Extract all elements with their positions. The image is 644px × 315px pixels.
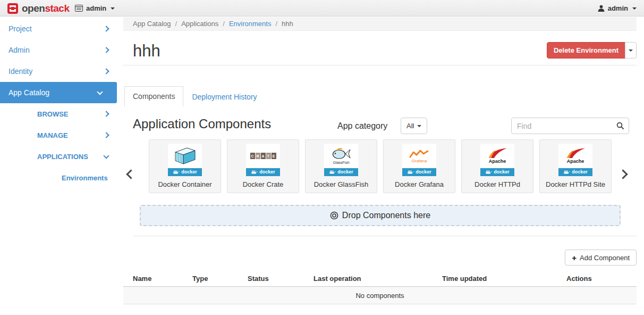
tab-label: Deployment History [192, 93, 257, 101]
page-title: hhh [133, 42, 160, 61]
project-context-menu[interactable]: admin [75, 0, 115, 16]
sidebar-item-label: BROWSE [37, 110, 69, 118]
delete-environment-dropdown-toggle[interactable] [625, 42, 637, 59]
component-search [511, 118, 629, 134]
apache-logo-label: Apache [567, 159, 584, 164]
sidebar-item-admin[interactable]: Admin [0, 39, 123, 61]
docker-badge-label: docker [337, 170, 353, 175]
apache-logo: Apache [558, 144, 592, 168]
component-card-docker-glassfish[interactable]: GlassFish docker Docker GlassFish [305, 139, 377, 193]
tab-bar: Components Deployment History [124, 86, 266, 106]
main-content: App Catalog / Applications / Environment… [123, 17, 637, 315]
crate-letter: E [272, 153, 276, 159]
openstack-logo-icon [7, 3, 18, 14]
glassfish-logo-label: GlassFish [333, 161, 349, 164]
app-tile: docker [168, 144, 202, 176]
dropzone-label: Drop Components here [342, 211, 430, 220]
delete-environment-button[interactable]: Delete Environment [547, 42, 625, 59]
sidebar-item-manage[interactable]: MANAGE [0, 125, 123, 146]
docker-whale-icon [251, 170, 258, 175]
sidebar-item-label: MANAGE [37, 131, 68, 139]
component-card-label: Docker Grafana [395, 180, 444, 188]
category-label: App category [337, 121, 387, 131]
sidebar-item-label: Environments [62, 174, 108, 182]
panel-heading: Application Components [133, 117, 271, 131]
app-tile: Apache docker [558, 144, 592, 176]
openstack-brand[interactable]: openstack [7, 2, 70, 15]
sidebar-item-browse[interactable]: BROWSE [0, 103, 123, 125]
delete-environment-split-button: Delete Environment [547, 42, 637, 59]
column-header-status: Status [248, 275, 313, 283]
app-tile: Grafana docker [402, 144, 436, 176]
chevron-down-icon [629, 49, 633, 52]
docker-whale-icon [329, 170, 336, 175]
sidebar-item-label: App Catalog [9, 88, 49, 97]
component-card-label: Docker HTTPd Site [546, 180, 605, 188]
docker-badge-label: docker [416, 170, 431, 175]
app-tile: C R A T E docker [246, 144, 280, 176]
docker-badge-label: docker [494, 170, 510, 175]
sidebar: Project Admin Identity App Catalog BROWS… [0, 18, 123, 188]
crate-letter: T [266, 153, 271, 159]
breadcrumb-item: App Catalog [133, 20, 171, 28]
breadcrumb-item: Applications [181, 20, 218, 28]
docker-badge-label: docker [572, 170, 588, 175]
search-icon[interactable] [616, 122, 624, 130]
drop-components-zone[interactable]: Drop Components here [140, 205, 621, 226]
add-component-button[interactable]: + Add Component [565, 250, 637, 266]
docker-badge: docker [480, 168, 514, 176]
bullseye-icon [330, 211, 338, 220]
tab-components[interactable]: Components [124, 86, 183, 106]
component-card-docker-container[interactable]: docker Docker Container [149, 139, 221, 193]
chevron-right-icon [103, 111, 109, 117]
sidebar-item-project[interactable]: Project [0, 18, 123, 39]
search-input[interactable] [511, 118, 629, 134]
component-card-docker-crate[interactable]: C R A T E docker [227, 139, 299, 193]
chevron-down-icon [417, 125, 421, 127]
docker-whale-icon [563, 170, 570, 175]
chevron-down-icon [97, 89, 103, 95]
docker-badge: docker [402, 168, 436, 176]
column-header-last-operation: Last operation [313, 275, 442, 283]
divider [123, 65, 637, 65]
user-menu[interactable]: admin [598, 0, 637, 16]
top-navbar: openstack admin admin [0, 0, 644, 16]
empty-table-row: No components [123, 287, 637, 304]
user-menu-label: admin [608, 4, 628, 12]
chevron-right-icon [103, 132, 109, 138]
docker-whale-icon [485, 170, 492, 175]
docker-badge: docker [324, 168, 358, 176]
plus-icon: + [572, 253, 577, 262]
breadcrumb-separator: / [275, 20, 277, 28]
breadcrumb-separator: / [175, 20, 177, 28]
component-card-docker-grafana[interactable]: Grafana docker Docker Grafana [383, 139, 455, 193]
chevron-left-icon [126, 169, 135, 179]
sidebar-item-applications[interactable]: APPLICATIONS [0, 146, 123, 167]
sidebar-item-environments[interactable]: Environments [0, 167, 123, 188]
chevron-right-icon [103, 68, 109, 74]
sidebar-item-identity[interactable]: Identity [0, 61, 123, 82]
breadcrumb-current: hhh [282, 20, 293, 28]
component-carousel: docker Docker Container C R A T E [149, 139, 612, 193]
component-card-docker-httpd-site[interactable]: Apache docker Docker HTTPd Site [539, 139, 612, 193]
component-card-label: Docker Container [158, 180, 211, 188]
chevron-down-icon [111, 7, 115, 10]
carousel-next-button[interactable] [620, 170, 631, 184]
grafana-logo-label: Grafana [412, 159, 427, 163]
tab-deployment-history[interactable]: Deployment History [183, 87, 265, 106]
tab-label: Components [133, 92, 175, 101]
apache-logo: Apache [480, 144, 514, 168]
app-tile: Apache docker [480, 144, 514, 176]
components-table: Name Type Status Last operation Time upd… [123, 270, 637, 304]
sidebar-item-app-catalog[interactable]: App Catalog [0, 82, 117, 103]
component-card-docker-httpd[interactable]: Apache docker Docker HTTPd [461, 139, 533, 193]
brand-open: open [22, 3, 45, 14]
category-filter-value: All [406, 122, 414, 130]
column-header-name: Name [133, 275, 192, 283]
carousel-prev-button[interactable] [128, 170, 139, 184]
crate-letter: A [261, 153, 266, 159]
docker-container-logo [168, 144, 202, 168]
divider [133, 236, 637, 236]
category-filter-dropdown[interactable]: All [401, 118, 427, 134]
breadcrumb-link-environments[interactable]: Environments [229, 20, 271, 28]
